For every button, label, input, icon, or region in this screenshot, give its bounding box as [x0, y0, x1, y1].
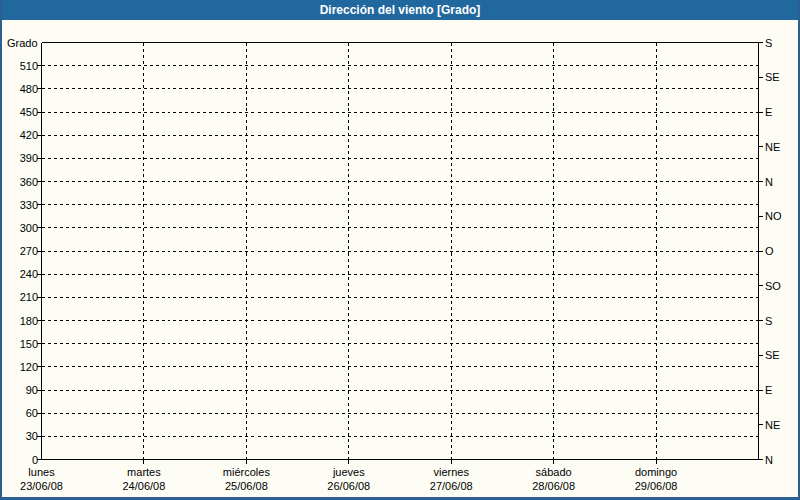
y-tick-label: 390: [20, 152, 38, 164]
date-label: 24/06/08: [123, 480, 166, 492]
wind-direction-window: Dirección del viento [Grado] Grado 03060…: [0, 0, 800, 500]
weekday-label: viernes: [433, 466, 469, 478]
weekday-label: martes: [127, 466, 161, 478]
y-tick-label: 480: [20, 83, 38, 95]
compass-label: S: [765, 37, 772, 49]
y-tick-label: 420: [20, 129, 38, 141]
y-tick-label: 90: [26, 384, 38, 396]
compass-label: NO: [765, 210, 782, 222]
compass-label: SO: [765, 280, 781, 292]
y-tick-label: 360: [20, 176, 38, 188]
y-tick-label: 180: [20, 315, 38, 327]
date-label: 28/06/08: [532, 480, 575, 492]
y-axis-unit-label: Grado: [7, 37, 38, 49]
chart-title: Dirección del viento [Grado]: [320, 3, 481, 17]
compass-label: NE: [765, 419, 780, 431]
y-tick-label: 330: [20, 199, 38, 211]
y-tick-label: 450: [20, 106, 38, 118]
date-label: 29/06/08: [635, 480, 678, 492]
date-label: 27/06/08: [430, 480, 473, 492]
weekday-label: miércoles: [223, 466, 271, 478]
y-tick-label: 300: [20, 222, 38, 234]
compass-label: N: [765, 176, 773, 188]
wind-direction-chart: 0306090120150180210240270300330360390420…: [0, 0, 800, 497]
y-tick-label: 0: [32, 454, 38, 466]
chart-title-bar: Dirección del viento [Grado]: [0, 0, 800, 20]
compass-label: S: [765, 315, 772, 327]
y-tick-label: 120: [20, 361, 38, 373]
y-tick-label: 150: [20, 338, 38, 350]
y-tick-label: 240: [20, 268, 38, 280]
weekday-label: lunes: [28, 466, 55, 478]
compass-label: NE: [765, 141, 780, 153]
y-tick-label: 210: [20, 291, 38, 303]
y-tick-label: 60: [26, 407, 38, 419]
y-tick-label: 270: [20, 245, 38, 257]
date-label: 23/06/08: [20, 480, 63, 492]
compass-label: E: [765, 106, 772, 118]
y-tick-label: 30: [26, 430, 38, 442]
compass-label: O: [765, 245, 774, 257]
weekday-label: sábado: [536, 466, 572, 478]
date-label: 26/06/08: [327, 480, 370, 492]
weekday-label: jueves: [332, 466, 365, 478]
weekday-label: domingo: [635, 466, 677, 478]
compass-label: SE: [765, 349, 780, 361]
compass-label: SE: [765, 71, 780, 83]
date-label: 25/06/08: [225, 480, 268, 492]
compass-label: E: [765, 384, 772, 396]
y-tick-label: 510: [20, 60, 38, 72]
compass-label: N: [765, 454, 773, 466]
